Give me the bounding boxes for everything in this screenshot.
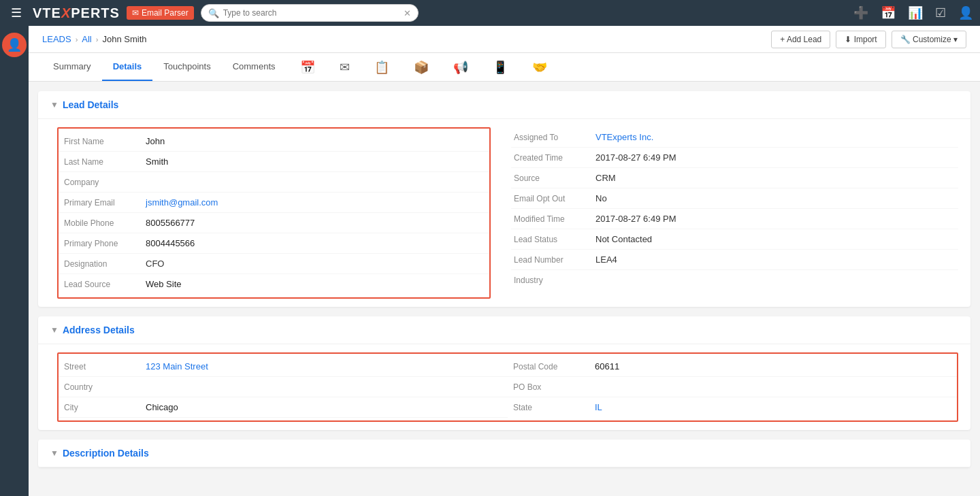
breadcrumb-sep2: ›: [96, 35, 99, 44]
tab-comments[interactable]: Comments: [222, 53, 287, 81]
address-details-fields: Street 123 Main Street Postal Code 60611…: [38, 344, 970, 430]
label-last-name: Last Name: [64, 156, 146, 167]
field-row-lead-status: Lead Status Not Contacted: [511, 229, 958, 250]
products-tab-icon[interactable]: 📦: [407, 54, 436, 80]
value-street[interactable]: 123 Main Street: [146, 361, 502, 371]
label-city: City: [64, 402, 146, 412]
label-created-time: Created Time: [514, 152, 595, 163]
value-primary-phone: 8004445566: [146, 238, 484, 248]
label-source: Source: [514, 173, 595, 183]
calendar-icon[interactable]: 📅: [881, 5, 896, 20]
handshake-tab-icon[interactable]: 🤝: [525, 54, 554, 80]
import-label: ⬇ Import: [845, 35, 877, 44]
main-content: LEADS › All › John Smith + Add Lead ⬇ Im…: [29, 26, 980, 496]
field-row-company: Company: [59, 172, 489, 193]
logo-x: X: [61, 5, 71, 21]
email-icon: ✉: [132, 8, 139, 18]
field-row-state: State IL: [508, 397, 957, 418]
value-modified-time: 2017-08-27 6:49 PM: [595, 214, 956, 224]
field-row-mobile-phone: Mobile Phone 8005566777: [59, 213, 489, 233]
lead-details-section: ▼ Lead Details First Name John Last Name: [38, 91, 970, 307]
description-details-toggle[interactable]: ▼: [50, 448, 59, 458]
label-lead-status: Lead Status: [514, 234, 595, 244]
sidebar-avatar[interactable]: 👤: [2, 33, 27, 57]
add-lead-label: + Add Lead: [780, 35, 821, 44]
label-street: Street: [64, 361, 146, 371]
description-details-header: ▼ Description Details: [38, 440, 970, 467]
field-row-po-box: PO Box: [508, 377, 957, 397]
tab-icon-group: 📅 ✉ 📋 📦 📢 📱 🤝: [293, 54, 554, 80]
value-primary-email[interactable]: jsmith@gmail.com: [146, 197, 484, 208]
label-email-opt-out: Email Opt Out: [514, 193, 595, 203]
badge-label: Email Parser: [142, 8, 189, 18]
action-buttons: + Add Lead ⬇ Import 🔧 Customize ▾: [771, 31, 966, 48]
logo-perts: PERTS: [71, 5, 120, 21]
lead-details-toggle[interactable]: ▼: [50, 100, 59, 110]
field-row-country: Country: [59, 377, 508, 397]
lead-details-header: ▼ Lead Details: [38, 91, 970, 119]
field-row-primary-phone: Primary Phone 8004445566: [59, 233, 489, 254]
search-input[interactable]: [223, 8, 404, 18]
description-details-title: Description Details: [63, 448, 149, 459]
label-assigned-to: Assigned To: [514, 132, 595, 142]
value-source: CRM: [595, 173, 956, 183]
add-lead-button[interactable]: + Add Lead: [771, 31, 830, 48]
breadcrumb-leads[interactable]: LEADS: [42, 34, 71, 44]
address-details-title: Address Details: [63, 325, 135, 335]
label-modified-time: Modified Time: [514, 214, 595, 224]
value-mobile-phone: 8005566777: [146, 218, 484, 228]
label-mobile-phone: Mobile Phone: [64, 218, 146, 228]
value-assigned-to[interactable]: VTExperts Inc.: [595, 132, 956, 142]
breadcrumb-sep1: ›: [76, 35, 78, 44]
field-row-created-time: Created Time 2017-08-27 6:49 PM: [511, 148, 958, 168]
customize-button[interactable]: 🔧 Customize ▾: [892, 31, 966, 48]
value-first-name: John: [146, 136, 484, 146]
logo-vt: VTE: [33, 5, 61, 21]
field-row-lead-number: Lead Number LEA4: [511, 250, 958, 270]
label-country: Country: [64, 382, 146, 392]
import-button[interactable]: ⬇ Import: [836, 31, 885, 48]
value-postal-code: 60611: [595, 361, 951, 371]
hamburger-menu[interactable]: ☰: [7, 3, 26, 23]
phone-tab-icon[interactable]: 📱: [486, 54, 514, 80]
search-clear-icon[interactable]: ✕: [404, 8, 411, 18]
add-icon[interactable]: ➕: [853, 5, 868, 20]
page-layout: 👤 LEADS › All › John Smith + Add Lead ⬇ …: [0, 26, 980, 496]
label-company: Company: [64, 177, 146, 187]
label-lead-number: Lead Number: [514, 254, 595, 265]
user-icon[interactable]: 👤: [958, 5, 973, 20]
address-details-highlight: Street 123 Main Street Postal Code 60611…: [57, 352, 958, 422]
label-po-box: PO Box: [513, 382, 595, 392]
campaigns-tab-icon[interactable]: 📢: [446, 54, 475, 80]
sub-navigation: LEADS › All › John Smith + Add Lead ⬇ Im…: [29, 26, 980, 53]
search-bar: 🔍 ✕: [201, 4, 419, 22]
label-lead-source: Lead Source: [64, 279, 146, 289]
email-parser-badge[interactable]: ✉ Email Parser: [127, 6, 194, 20]
field-row-industry: Industry: [511, 270, 958, 291]
label-primary-email: Primary Email: [64, 197, 146, 208]
tab-touchpoints[interactable]: Touchpoints: [152, 53, 221, 81]
description-details-section: ▼ Description Details: [38, 440, 970, 467]
field-row-source: Source CRM: [511, 168, 958, 188]
field-row-designation: Designation CFO: [59, 254, 489, 274]
address-details-toggle[interactable]: ▼: [50, 325, 59, 335]
field-row-street: Street 123 Main Street: [59, 357, 508, 377]
breadcrumb-current: John Smith: [102, 34, 146, 44]
calendar-tab-icon[interactable]: 📅: [293, 54, 322, 80]
value-designation: CFO: [146, 259, 484, 269]
lead-details-highlight-left: First Name John Last Name Smith Company: [57, 127, 491, 299]
tab-summary[interactable]: Summary: [42, 53, 102, 81]
chart-icon[interactable]: 📊: [908, 5, 923, 20]
tab-details[interactable]: Details: [102, 53, 153, 81]
notes-tab-icon[interactable]: 📋: [368, 54, 396, 80]
tasks-icon[interactable]: ☑: [935, 5, 946, 20]
breadcrumb-all[interactable]: All: [82, 34, 91, 44]
breadcrumb: LEADS › All › John Smith: [42, 34, 146, 44]
lead-details-right-col: Assigned To VTExperts Inc. Created Time …: [511, 127, 958, 299]
address-details-header: ▼ Address Details: [38, 316, 970, 344]
value-state[interactable]: IL: [595, 402, 951, 412]
email-tab-icon[interactable]: ✉: [333, 54, 357, 80]
value-lead-number: LEA4: [595, 254, 956, 265]
field-row-last-name: Last Name Smith: [59, 152, 489, 172]
field-row-first-name: First Name John: [59, 131, 489, 152]
